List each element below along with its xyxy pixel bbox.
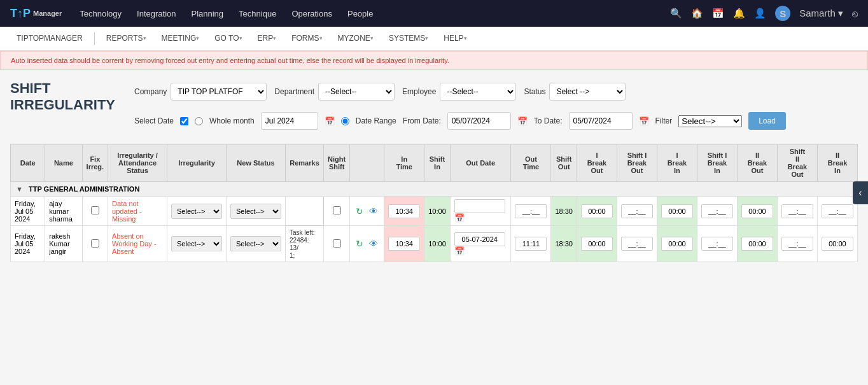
nav-erp[interactable]: ERP ▾ [251, 27, 283, 51]
i-break-out-input-2[interactable] [581, 237, 613, 251]
logout-icon[interactable]: ⎋ [852, 8, 858, 19]
shift-ii-break-out-input-2[interactable] [781, 237, 813, 251]
nav-goto[interactable]: GO TO ▾ [208, 27, 248, 51]
eye-icon-2[interactable]: 👁 [367, 239, 380, 249]
home-icon[interactable]: 🏠 [691, 8, 703, 19]
alert-text: Auto inserted data should be corrent by … [11, 57, 449, 64]
whole-month-radio[interactable] [195, 117, 203, 125]
page-title: ShiftIrregularity [10, 80, 115, 114]
out-date-input-2[interactable] [454, 232, 505, 246]
ii-break-out-input-2[interactable] [741, 237, 773, 251]
company-select[interactable]: TIP TOP PLATFOF [171, 83, 267, 101]
i-break-in-input-1[interactable] [661, 204, 693, 218]
status-select[interactable]: Select --> [549, 83, 626, 101]
fix-checkbox-1[interactable] [91, 206, 99, 214]
nav-meeting[interactable]: MEETING ▾ [155, 27, 206, 51]
task-text-2: Task left:22484: 13/1; [290, 229, 314, 259]
nav-help[interactable]: HELP ▾ [437, 27, 473, 51]
in-time-input-1[interactable] [388, 204, 420, 218]
refresh-icon-1[interactable]: ↻ [354, 206, 365, 216]
load-button[interactable]: Load [748, 112, 786, 130]
i-break-in-input-2[interactable] [661, 237, 693, 251]
cell-date-2: Friday, Jul 05 2024 [11, 226, 45, 262]
nav-technique[interactable]: Technique [239, 9, 276, 18]
to-date-calendar-icon[interactable]: 📅 [639, 116, 649, 126]
logo: T↑P Manager [10, 7, 62, 20]
calendar-icon[interactable]: 📅 [712, 8, 724, 19]
night-shift-checkbox-1[interactable] [333, 206, 341, 214]
shift-i-break-out-input-1[interactable] [621, 204, 653, 218]
ii-break-in-input-2[interactable] [822, 237, 853, 251]
main-content: ShiftIrregularity Company TIP TOP PLATFO… [0, 70, 868, 262]
ii-break-out-input-1[interactable] [741, 204, 773, 218]
new-status-select-1[interactable]: Select--> [230, 204, 281, 219]
refresh-icon-2[interactable]: ↻ [354, 239, 365, 249]
shift-i-break-out-input-2[interactable] [621, 237, 653, 251]
th-new-status: New Status [227, 144, 286, 182]
ii-break-in-input-1[interactable] [822, 204, 853, 218]
cell-remarks-1 [286, 197, 324, 226]
scroll-left-button[interactable]: ‹ [853, 181, 868, 204]
shift-i-break-in-input-1[interactable] [701, 204, 733, 218]
i-break-out-input-1[interactable] [581, 204, 613, 218]
cell-irregularity-1: Select--> [167, 197, 227, 226]
nav-planning[interactable]: Planning [191, 9, 223, 18]
cell-name-2: rakesh Kumar jangir [45, 226, 82, 262]
table-row: Friday, Jul 05 2024 rakesh Kumar jangir … [11, 226, 858, 262]
cell-in-time-1 [384, 197, 424, 226]
reports-arrow: ▾ [143, 35, 146, 41]
search-icon[interactable]: 🔍 [670, 8, 682, 19]
nav-forms[interactable]: FORMS ▾ [285, 27, 328, 51]
th-ii-break-in: IIBreakIn [817, 144, 857, 182]
in-time-input-2[interactable] [388, 237, 420, 251]
from-date-calendar-icon[interactable]: 📅 [517, 116, 528, 126]
department-label: Department [274, 87, 314, 96]
to-date-input[interactable] [569, 112, 633, 130]
bell-icon[interactable]: 🔔 [733, 8, 745, 19]
date-filter-row: Select Date Whole month 📅 Date Range Fro… [134, 112, 786, 130]
cell-i-break-out-1 [577, 197, 617, 226]
th-shift-out: ShiftOut [551, 144, 577, 182]
th-irregularity: Irregularity [167, 144, 227, 182]
from-date-input[interactable] [447, 112, 511, 130]
filters-row: Company TIP TOP PLATFOF Department --Sel… [134, 83, 786, 101]
eye-icon-1[interactable]: 👁 [367, 206, 380, 216]
nav-tiptopmanager[interactable]: TIPTOPMANAGER [10, 27, 89, 51]
fix-checkbox-2[interactable] [91, 239, 99, 248]
employee-select[interactable]: --Select-- [440, 83, 516, 101]
irregularity-select-2[interactable]: Select--> [171, 236, 222, 251]
out-date-input-1[interactable] [454, 199, 505, 213]
irreg-status-text-1: Data not updated - Missing [112, 200, 141, 223]
nav-people[interactable]: People [347, 9, 373, 18]
date-input[interactable] [261, 112, 318, 130]
nav-myzone[interactable]: MYZONE ▾ [332, 27, 380, 51]
filter-select[interactable]: Select--> [678, 115, 742, 127]
department-select[interactable]: --Select-- [318, 83, 395, 101]
shift-i-break-in-input-2[interactable] [701, 237, 733, 251]
nav-reports[interactable]: REPORTS ▾ [100, 27, 153, 51]
new-status-select-2[interactable]: Select--> [230, 236, 281, 251]
th-shift-i-break-in: Shift IBreakIn [697, 144, 737, 182]
out-time-input-2[interactable] [515, 237, 547, 251]
out-date-cal-2[interactable]: 📅 [454, 246, 465, 256]
nav-operations[interactable]: Operations [291, 9, 332, 18]
irregularity-select-1[interactable]: Select--> [171, 204, 222, 219]
goto-arrow: ▾ [239, 35, 242, 41]
cell-in-time-2 [384, 226, 424, 262]
group-toggle-icon[interactable]: ▼ [16, 185, 23, 193]
nav-integration[interactable]: Integration [137, 9, 176, 18]
out-date-cal-1[interactable]: 📅 [454, 213, 465, 223]
nav-systems[interactable]: SYSTEMS ▾ [382, 27, 435, 51]
table-row: Friday, Jul 05 2024 ajay kumar sharma Da… [11, 197, 858, 226]
select-date-checkbox[interactable] [180, 117, 188, 125]
out-time-input-1[interactable] [515, 204, 547, 218]
cell-date-1: Friday, Jul 05 2024 [11, 197, 45, 226]
user-icon[interactable]: 👤 [754, 8, 766, 19]
user-name[interactable]: Samarth ▾ [799, 8, 843, 19]
date-calendar-icon[interactable]: 📅 [325, 116, 335, 126]
nav-technology[interactable]: Technology [80, 9, 122, 18]
night-shift-checkbox-2[interactable] [333, 239, 341, 248]
date-range-radio[interactable] [341, 117, 349, 125]
shift-ii-break-out-input-1[interactable] [781, 204, 813, 218]
cell-fix-1 [82, 197, 108, 226]
